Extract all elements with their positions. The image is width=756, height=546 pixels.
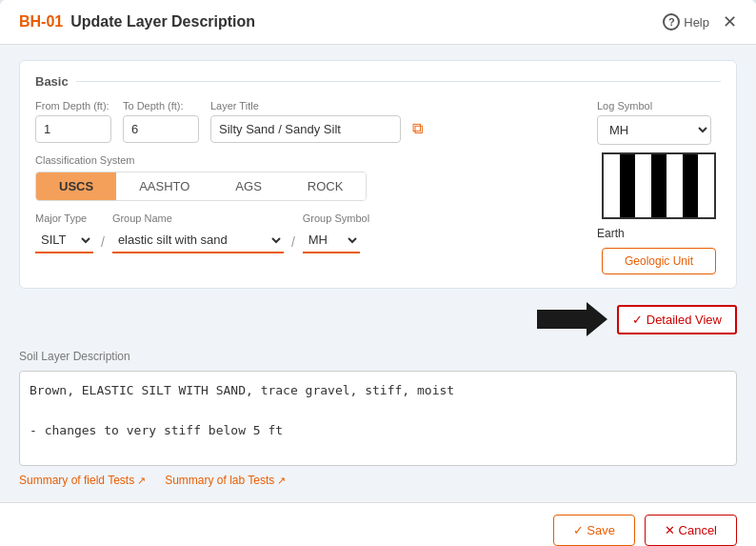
stripe-3 <box>635 154 651 217</box>
type-row: Major Type SILT CLAY SAND / Group Name <box>35 212 582 253</box>
group-symbol-select[interactable]: MH ML CH <box>303 228 360 253</box>
stripe-7 <box>698 154 714 217</box>
description-textarea[interactable]: Brown, ELASTIC SILT WITH SAND, trace gra… <box>19 371 737 466</box>
log-symbol-label: Log Symbol <box>597 100 652 111</box>
stripe-1 <box>604 154 620 217</box>
header-right: ? Help ✕ <box>663 13 737 30</box>
classification-row: Classification System USCS AASHTO AGS RO… <box>35 154 582 201</box>
group-symbol-label: Group Symbol <box>303 212 369 224</box>
tab-aashto[interactable]: AASHTO <box>116 172 212 200</box>
tab-rock[interactable]: ROCK <box>285 172 367 200</box>
bh-id: BH-01 <box>19 13 63 30</box>
group-name-select[interactable]: elastic silt with sand silt with sand sa… <box>112 228 284 253</box>
dialog-header: BH-01 Update Layer Description ? Help ✕ <box>0 0 756 45</box>
basic-section: Basic From Depth (ft): To Depth (ft): <box>19 60 737 289</box>
arrow-icon <box>537 302 607 336</box>
basic-right: Log Symbol MH ML CL CH <box>597 100 721 274</box>
stripe-4 <box>651 154 667 217</box>
major-type-select[interactable]: SILT CLAY SAND <box>35 228 93 253</box>
copy-icon[interactable]: ⧉ <box>412 120 423 137</box>
stripe-5 <box>666 154 683 217</box>
tab-ags[interactable]: AGS <box>212 172 284 200</box>
help-button[interactable]: ? Help <box>663 13 709 30</box>
depth-row: From Depth (ft): To Depth (ft): Layer Ti… <box>35 100 582 143</box>
dialog-body: Basic From Depth (ft): To Depth (ft): <box>0 45 756 502</box>
stripe-2 <box>620 154 636 217</box>
major-type-label: Major Type <box>35 212 93 224</box>
to-depth-label: To Depth (ft): <box>123 100 199 111</box>
layer-title-group: Layer Title <box>210 100 401 143</box>
middle-section: ✓ Detailed View <box>19 302 737 336</box>
help-icon: ? <box>663 13 680 30</box>
detailed-view-button[interactable]: ✓ Detailed View <box>617 305 737 334</box>
lab-tests-link[interactable]: Summary of lab Tests ↗ <box>165 474 286 487</box>
geologic-unit-button[interactable]: Geologic Unit <box>602 248 716 274</box>
field-tests-ext-icon: ↗ <box>137 475 146 487</box>
from-depth-input[interactable] <box>35 115 111 143</box>
dialog-title-text: Update Layer Description <box>70 13 255 30</box>
group-name-label: Group Name <box>112 212 284 224</box>
arrow-shaft <box>537 310 587 329</box>
slash-divider-1: / <box>101 234 105 250</box>
group-symbol-group: Group Symbol MH ML CH <box>303 212 369 253</box>
lab-tests-label: Summary of lab Tests <box>165 474 274 487</box>
lab-tests-ext-icon: ↗ <box>277 475 286 487</box>
to-depth-input[interactable] <box>123 115 199 143</box>
layer-title-label: Layer Title <box>210 100 401 111</box>
update-layer-dialog: BH-01 Update Layer Description ? Help ✕ … <box>0 0 756 546</box>
close-button[interactable]: ✕ <box>723 13 737 30</box>
dialog-title: BH-01 Update Layer Description <box>19 13 255 30</box>
save-button[interactable]: ✓ Save <box>553 515 635 546</box>
cancel-button[interactable]: ✕ Cancel <box>645 515 737 546</box>
major-type-group: Major Type SILT CLAY SAND <box>35 212 93 253</box>
summary-links: Summary of field Tests ↗ Summary of lab … <box>19 474 737 487</box>
field-tests-link[interactable]: Summary of field Tests ↗ <box>19 474 146 487</box>
from-depth-label: From Depth (ft): <box>35 100 111 111</box>
detailed-view-container: ✓ Detailed View <box>537 302 737 336</box>
basic-left: From Depth (ft): To Depth (ft): Layer Ti… <box>35 100 582 274</box>
basic-section-label: Basic <box>35 74 721 89</box>
log-symbol-select[interactable]: MH ML CL CH <box>597 115 711 145</box>
tab-uscs[interactable]: USCS <box>36 172 116 200</box>
field-tests-label: Summary of field Tests <box>19 474 134 487</box>
group-name-group: Group Name elastic silt with sand silt w… <box>112 212 284 253</box>
help-label: Help <box>684 15 709 30</box>
log-symbol-group: Log Symbol MH ML CL CH <box>597 100 721 145</box>
log-symbol-pattern <box>602 152 716 219</box>
dialog-footer: ✓ Save ✕ Cancel <box>0 502 756 546</box>
description-section: Soil Layer Description Brown, ELASTIC SI… <box>19 350 737 487</box>
slash-divider-2: / <box>291 234 295 250</box>
stripe-6 <box>683 154 699 217</box>
classification-label: Classification System <box>35 154 582 166</box>
from-depth-group: From Depth (ft): <box>35 100 111 143</box>
arrow-head <box>587 302 607 336</box>
basic-content: From Depth (ft): To Depth (ft): Layer Ti… <box>35 100 721 274</box>
earth-label: Earth <box>597 227 625 240</box>
to-depth-group: To Depth (ft): <box>123 100 199 143</box>
layer-title-input[interactable] <box>210 115 401 143</box>
description-label: Soil Layer Description <box>19 350 737 363</box>
classification-tabs: USCS AASHTO AGS ROCK <box>35 172 367 201</box>
